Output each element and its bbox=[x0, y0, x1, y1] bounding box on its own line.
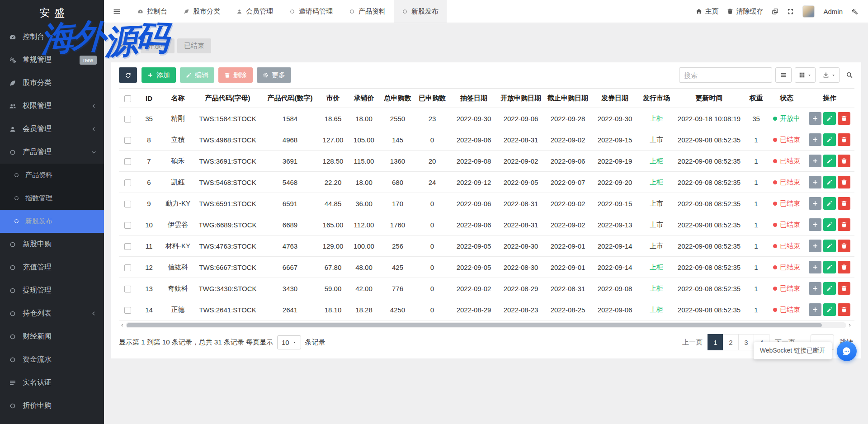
market-link[interactable]: 上柜 bbox=[650, 263, 663, 271]
home-link[interactable]: 主页 bbox=[696, 7, 718, 16]
sidebar-item[interactable]: 权限管理 bbox=[0, 94, 104, 118]
row-checkbox[interactable] bbox=[124, 286, 131, 292]
row-edit-button[interactable] bbox=[823, 261, 836, 273]
page-number-button[interactable]: 1 bbox=[708, 334, 723, 350]
market-link[interactable]: 上柜 bbox=[650, 178, 663, 186]
row-checkbox[interactable] bbox=[124, 179, 131, 186]
column-header[interactable]: 权重 bbox=[744, 89, 769, 108]
sidebar-item[interactable]: 会员管理 bbox=[0, 118, 104, 141]
column-header[interactable]: 总申购数 bbox=[381, 89, 414, 108]
row-add-button[interactable] bbox=[809, 261, 821, 273]
page-size-select[interactable]: 10 bbox=[277, 335, 301, 349]
scrollbar-track[interactable] bbox=[126, 322, 846, 328]
market-link[interactable]: 上柜 bbox=[650, 306, 663, 313]
row-delete-button[interactable] bbox=[838, 240, 850, 252]
row-edit-button[interactable] bbox=[823, 197, 836, 210]
filter-tab[interactable]: 全部 bbox=[111, 38, 138, 53]
column-header[interactable]: 截止申购日期 bbox=[544, 89, 591, 108]
more-button[interactable]: 更多 bbox=[257, 67, 291, 83]
row-edit-button[interactable] bbox=[823, 176, 836, 188]
sidebar-subitem[interactable]: 新股发布 bbox=[0, 210, 104, 233]
sidebar-item[interactable]: 充值管理 bbox=[0, 256, 104, 279]
copy-icon[interactable] bbox=[772, 8, 778, 15]
column-header[interactable]: ID bbox=[137, 89, 161, 108]
row-checkbox[interactable] bbox=[124, 264, 131, 271]
chat-widget-button[interactable] bbox=[837, 341, 857, 361]
market-link[interactable]: 上柜 bbox=[650, 284, 663, 292]
row-edit-button[interactable] bbox=[823, 133, 836, 146]
column-header[interactable]: 开放申购日期 bbox=[497, 89, 544, 108]
sidebar-item[interactable]: 提现管理 bbox=[0, 279, 104, 302]
row-edit-button[interactable] bbox=[823, 155, 836, 167]
row-add-button[interactable] bbox=[809, 155, 821, 167]
sidebar-item[interactable]: 常规管理new bbox=[0, 48, 104, 71]
topbar-tab[interactable]: 邀请码管理 bbox=[281, 0, 341, 23]
column-header[interactable]: 状态 bbox=[769, 89, 805, 108]
row-add-button[interactable] bbox=[809, 240, 821, 252]
row-edit-button[interactable] bbox=[823, 240, 836, 252]
row-edit-button[interactable] bbox=[823, 282, 836, 295]
sidebar-item[interactable]: 股市分类 bbox=[0, 71, 104, 94]
row-edit-button[interactable] bbox=[823, 218, 836, 231]
sidebar-subitem[interactable]: 产品资料 bbox=[0, 164, 104, 187]
sidebar-item[interactable]: 新股申购 bbox=[0, 233, 104, 256]
column-header[interactable]: 已申购数 bbox=[414, 89, 450, 108]
search-input[interactable] bbox=[679, 67, 772, 83]
row-add-button[interactable] bbox=[809, 303, 821, 316]
column-header[interactable]: 市价 bbox=[319, 89, 347, 108]
username[interactable]: Admin bbox=[823, 8, 843, 15]
fullscreen-icon[interactable] bbox=[787, 8, 794, 15]
edit-button[interactable]: 编辑 bbox=[180, 67, 214, 83]
sidebar-item[interactable]: 持仓列表 bbox=[0, 302, 104, 325]
add-button[interactable]: 添加 bbox=[142, 67, 176, 83]
export-button[interactable] bbox=[819, 67, 840, 83]
sidebar-subitem[interactable]: 指数管理 bbox=[0, 187, 104, 210]
avatar[interactable] bbox=[802, 5, 815, 18]
sidebar-item[interactable]: 控制台 bbox=[0, 25, 104, 48]
row-delete-button[interactable] bbox=[838, 303, 850, 316]
delete-button[interactable]: 删除 bbox=[218, 67, 253, 83]
row-delete-button[interactable] bbox=[838, 155, 850, 167]
row-add-button[interactable] bbox=[809, 197, 821, 210]
row-delete-button[interactable] bbox=[838, 261, 850, 273]
row-checkbox[interactable] bbox=[124, 222, 131, 229]
row-delete-button[interactable] bbox=[838, 197, 850, 210]
row-delete-button[interactable] bbox=[838, 282, 850, 295]
row-checkbox[interactable] bbox=[124, 158, 131, 165]
scrollbar-thumb[interactable] bbox=[127, 323, 822, 327]
column-header[interactable]: 操作 bbox=[805, 89, 854, 108]
filter-tab[interactable]: 已结束 bbox=[177, 38, 211, 53]
column-header[interactable]: 名称 bbox=[161, 89, 194, 108]
sidebar-item[interactable]: 资金流水 bbox=[0, 348, 104, 371]
row-checkbox[interactable] bbox=[124, 307, 131, 314]
filter-tab[interactable]: 开放中 bbox=[141, 38, 175, 53]
column-header[interactable]: 发行市场 bbox=[638, 89, 675, 108]
sidebar-item[interactable]: 实名认证 bbox=[0, 371, 104, 394]
column-header[interactable]: 承销价 bbox=[347, 89, 381, 108]
page-number-button[interactable]: 2 bbox=[723, 334, 739, 350]
row-add-button[interactable] bbox=[809, 176, 821, 188]
row-checkbox[interactable] bbox=[124, 243, 131, 250]
market-link[interactable]: 上柜 bbox=[650, 157, 663, 165]
row-delete-button[interactable] bbox=[838, 176, 850, 188]
row-add-button[interactable] bbox=[809, 218, 821, 231]
row-edit-button[interactable] bbox=[823, 112, 836, 125]
row-edit-button[interactable] bbox=[823, 303, 836, 316]
row-checkbox[interactable] bbox=[124, 116, 131, 122]
select-all-checkbox[interactable] bbox=[124, 95, 131, 102]
topbar-tab[interactable]: 会员管理 bbox=[228, 0, 281, 23]
row-delete-button[interactable] bbox=[838, 218, 850, 231]
row-delete-button[interactable] bbox=[838, 133, 850, 146]
topbar-tab[interactable]: 控制台 bbox=[129, 0, 175, 23]
row-add-button[interactable] bbox=[809, 133, 821, 146]
column-header[interactable]: 发券日期 bbox=[591, 89, 638, 108]
column-header[interactable]: 抽签日期 bbox=[450, 89, 497, 108]
clear-cache-link[interactable]: 清除缓存 bbox=[727, 7, 763, 16]
column-header[interactable]: 更新时间 bbox=[675, 89, 744, 108]
scroll-left-arrow-icon[interactable] bbox=[119, 322, 126, 329]
search-button[interactable] bbox=[846, 71, 853, 79]
topbar-tab[interactable]: 股市分类 bbox=[175, 0, 228, 23]
sidebar-item[interactable]: 财经新闻 bbox=[0, 325, 104, 348]
row-checkbox[interactable] bbox=[124, 137, 131, 144]
refresh-button[interactable] bbox=[119, 67, 137, 83]
